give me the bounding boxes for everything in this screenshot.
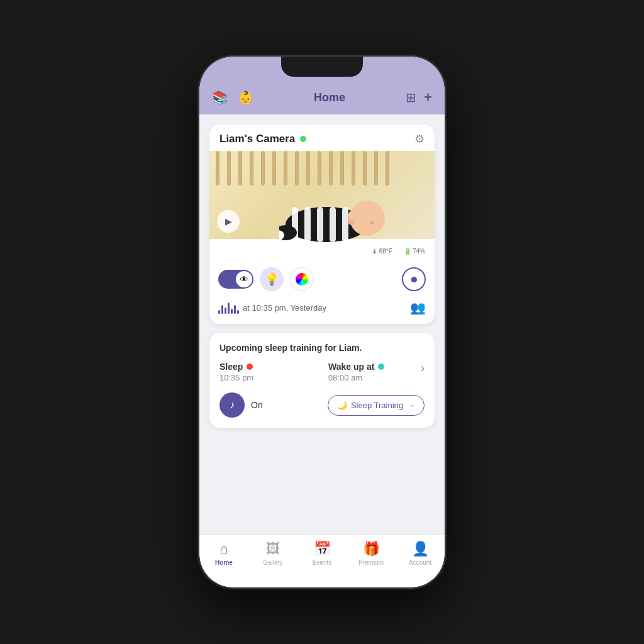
gallery-label: Gallery: [263, 559, 283, 566]
play-button[interactable]: ▶: [217, 210, 240, 233]
nav-events[interactable]: 📅 Events: [297, 541, 347, 566]
temperature-badge: 🌡 68°F: [369, 247, 396, 256]
music-on-label: On: [251, 400, 263, 410]
thermometer-icon: 🌡: [372, 248, 378, 255]
sound-bar: [234, 305, 236, 314]
camera-feed-bg: ▶ 🌡 68°F 🔋 74%: [209, 151, 435, 261]
baby-figure: [279, 184, 386, 243]
music-button[interactable]: ♪: [219, 392, 245, 418]
toggle-thumb: 👁: [236, 271, 252, 287]
camera-controls: 👁 💡 ⏺: [209, 261, 435, 297]
sound-bar: [221, 305, 223, 314]
header-title: Home: [253, 91, 406, 104]
sleep-schedule: Sleep 10:35 pm Wake up at 08:00 am: [219, 362, 425, 382]
crib-slat: [318, 151, 321, 186]
crib-slat: [386, 151, 389, 186]
crib-slat: [284, 151, 287, 186]
camera-feed: ▶ 🌡 68°F 🔋 74%: [209, 151, 435, 261]
crib-slat: [363, 151, 367, 186]
camera-settings-icon[interactable]: ⚙: [414, 132, 425, 146]
crib-slat: [227, 151, 231, 186]
baby-icon[interactable]: 👶: [238, 90, 253, 105]
svg-point-10: [348, 209, 361, 221]
sleep-dot-red: [247, 364, 253, 370]
sound-bar: [237, 310, 239, 314]
sound-bar: [231, 309, 233, 314]
wakeup-arrow[interactable]: ›: [417, 362, 425, 375]
controls-left: 👁 💡: [218, 267, 314, 291]
bottom-nav: ⌂ Home 🖼 Gallery 📅 Events 🎁 Premium 👤 Ac…: [199, 534, 445, 587]
timestamp: at 10:35 pm, Yesterday: [218, 301, 326, 314]
camera-name: Liam's Camera: [219, 133, 306, 145]
premium-icon: 🎁: [363, 541, 380, 557]
crib-slat: [216, 151, 219, 186]
sleep-time: 10:35 pm: [219, 373, 316, 382]
color-control-btn[interactable]: [290, 267, 314, 291]
record-button[interactable]: ⏺: [402, 267, 426, 291]
sleep-card-title: Upcoming sleep training for Liam.: [219, 343, 425, 353]
sleep-training-button[interactable]: 🌙 Sleep Training →: [328, 395, 425, 416]
sleep-training-card: Upcoming sleep training for Liam. Sleep …: [209, 333, 435, 428]
nav-gallery[interactable]: 🖼 Gallery: [248, 541, 297, 566]
events-icon: 📅: [314, 541, 331, 557]
wakeup-dot-teal: [378, 364, 384, 370]
account-label: Account: [409, 559, 431, 566]
wakeup-label: Wake up at: [328, 362, 417, 372]
crib-slat: [261, 151, 265, 186]
gallery-icon: 🖼: [266, 541, 280, 557]
sleep-item: Sleep 10:35 pm: [219, 362, 316, 382]
nav-account[interactable]: 👤 Account: [396, 541, 445, 566]
sound-bar: [228, 303, 230, 314]
music-icon: ♪: [230, 399, 235, 411]
crib-slat: [250, 151, 253, 186]
crib-slats: [209, 151, 435, 182]
phone-screen: 📚 👶 Home ⊞ + Liam's Camera ⚙: [199, 57, 445, 587]
overlay-info: 🌡 68°F 🔋 74%: [369, 247, 428, 256]
moon-icon: 🌙: [337, 401, 347, 410]
events-label: Events: [313, 559, 332, 566]
crib-slat: [374, 151, 378, 186]
camera-header: Liam's Camera ⚙: [209, 125, 435, 151]
camera-card: Liam's Camera ⚙: [209, 125, 435, 324]
nav-home[interactable]: ⌂ Home: [199, 541, 248, 566]
account-icon: 👤: [412, 541, 429, 557]
eye-toggle[interactable]: 👁: [218, 270, 253, 289]
camera-bottom-row: at 10:35 pm, Yesterday 👥: [209, 297, 435, 324]
crib-slat: [295, 151, 299, 186]
record-icon: ⏺: [409, 274, 418, 284]
wakeup-item: Wake up at 08:00 am ›: [328, 362, 425, 382]
notch: [281, 57, 363, 77]
header-right: ⊞ +: [406, 89, 432, 106]
play-icon: ▶: [225, 216, 232, 226]
battery-icon: 🔋: [404, 248, 411, 255]
nav-premium[interactable]: 🎁 Premium: [347, 541, 396, 566]
multi-user-icon[interactable]: 👥: [410, 300, 426, 315]
phone-shell: 📚 👶 Home ⊞ + Liam's Camera ⚙: [199, 57, 445, 587]
crib-slat: [340, 151, 344, 186]
book-icon[interactable]: 📚: [212, 90, 228, 105]
svg-point-8: [370, 221, 374, 224]
crib-slat: [238, 151, 242, 186]
home-icon: ⌂: [219, 541, 228, 557]
battery-badge: 🔋 74%: [401, 247, 428, 256]
header-left: 📚 👶: [212, 90, 253, 105]
home-label: Home: [215, 559, 233, 566]
grid-icon[interactable]: ⊞: [406, 90, 416, 105]
light-control-btn[interactable]: 💡: [260, 267, 284, 291]
online-indicator: [300, 136, 306, 142]
color-wheel-icon: [296, 273, 308, 286]
content: Liam's Camera ⚙: [199, 114, 445, 436]
add-icon[interactable]: +: [424, 89, 432, 106]
sound-bar: [225, 308, 226, 314]
sleep-footer: ♪ On 🌙 Sleep Training →: [219, 392, 425, 418]
music-toggle: ♪ On: [219, 392, 263, 418]
header: 📚 👶 Home ⊞ +: [199, 84, 445, 114]
light-icon: 💡: [265, 272, 279, 286]
premium-label: Premium: [358, 559, 384, 566]
crib-slat: [352, 151, 355, 186]
sleep-label: Sleep: [219, 362, 316, 372]
sound-bar: [218, 310, 220, 314]
wakeup-time: 08:00 am: [328, 373, 417, 382]
arrow-right-icon: →: [407, 401, 415, 410]
sound-bars: [218, 301, 239, 314]
